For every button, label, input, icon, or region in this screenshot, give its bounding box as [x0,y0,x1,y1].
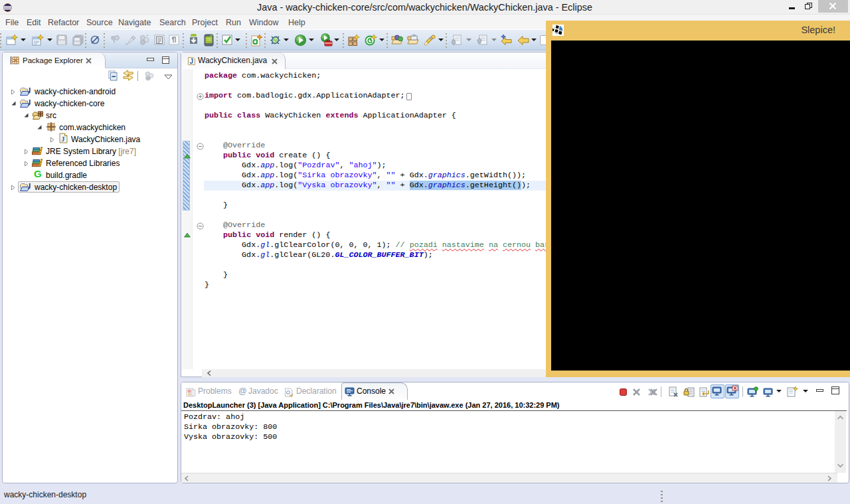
svg-text:J: J [190,58,194,65]
svg-text:J: J [61,135,65,143]
